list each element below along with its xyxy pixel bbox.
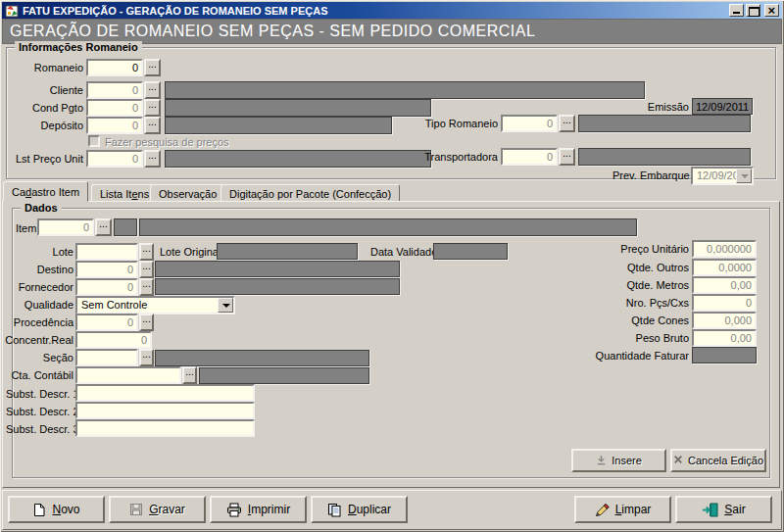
qualidade-value: Sem Controle xyxy=(81,299,147,311)
preco-unitario-input[interactable] xyxy=(692,240,757,258)
romaneio-input[interactable] xyxy=(86,59,143,76)
nro-pcs-cxs-input[interactable] xyxy=(692,294,757,312)
emissao-display: 12/09/2011 xyxy=(692,98,753,115)
tab-cadastro-item[interactable]: Cadastro Item xyxy=(3,181,88,202)
minimize-button[interactable] xyxy=(729,4,744,17)
subst-descr-2-input[interactable] xyxy=(75,402,255,419)
app-icon xyxy=(5,4,19,18)
subst-descr-3-input[interactable] xyxy=(75,419,255,437)
imprimir-button[interactable]: Imprimir xyxy=(210,496,307,523)
app-window: FATU EXPEDIÇÃO - GERAÇÃO DE ROMANEIO SEM… xyxy=(0,0,784,532)
item-code-display xyxy=(114,218,137,236)
fornecedor-input[interactable] xyxy=(75,278,138,296)
data-validade-display xyxy=(433,243,508,260)
qualidade-select[interactable]: Sem Controle xyxy=(75,296,235,314)
limpar-button[interactable]: Limpar xyxy=(574,496,671,523)
duplicar-button[interactable]: Duplicar xyxy=(311,496,408,523)
prev-embarque-combo[interactable]: 12/09/2011 xyxy=(691,167,754,185)
concentr-real-input[interactable] xyxy=(75,331,152,349)
deposito-label: Depósito xyxy=(10,120,83,132)
destino-label: Destino xyxy=(20,264,74,276)
cliente-label: Cliente xyxy=(10,84,83,97)
pesquisa-precos-label: Fazer pesquisa de preços xyxy=(105,136,242,149)
duplicate-copy-icon xyxy=(327,503,342,517)
deposito-lookup-button[interactable]: ... xyxy=(144,117,161,134)
cond-pgto-input[interactable] xyxy=(86,99,143,117)
procedencia-input[interactable] xyxy=(75,314,138,331)
lote-original-label: Lote Original xyxy=(160,246,219,259)
tipo-romaneio-input[interactable] xyxy=(501,115,558,132)
cta-contabil-label: Cta. Contábil xyxy=(5,369,74,382)
cancela-edicao-button[interactable]: Cancela Edição xyxy=(670,449,766,472)
cta-contabil-desc-display xyxy=(199,367,369,384)
destino-lookup-button[interactable]: ... xyxy=(139,261,154,278)
subst-descr-3-label: Subst. Descr. 3 xyxy=(6,423,74,436)
concentr-real-label: Concentr.Real xyxy=(5,334,74,347)
lst-preco-lookup-button[interactable]: ... xyxy=(144,150,161,168)
qtde-outros-label: Qtde. Outros xyxy=(591,262,689,274)
maximize-button[interactable] xyxy=(746,4,760,17)
lote-input[interactable] xyxy=(75,243,138,261)
cliente-input[interactable] xyxy=(86,81,143,99)
printer-icon xyxy=(226,503,242,517)
tipo-romaneio-label: Tipo Romaneio xyxy=(421,118,498,130)
procedencia-label: Procedência xyxy=(10,316,74,329)
cta-contabil-input[interactable] xyxy=(75,366,181,384)
pesquisa-precos-checkbox[interactable] xyxy=(88,135,100,147)
duplicar-button-label: Duplicar xyxy=(348,503,391,516)
cond-pgto-desc-display xyxy=(165,99,431,117)
item-desc-display xyxy=(139,218,637,236)
novo-button[interactable]: Novo xyxy=(8,496,105,523)
gravar-button[interactable]: Gravar xyxy=(109,496,206,523)
item-lookup-button[interactable]: ... xyxy=(95,218,112,236)
secao-input[interactable] xyxy=(75,349,138,366)
title-bar: FATU EXPEDIÇÃO - GERAÇÃO DE ROMANEIO SEM… xyxy=(2,2,782,19)
cta-contabil-lookup-button[interactable]: ... xyxy=(182,366,197,384)
transportadora-input[interactable] xyxy=(501,148,558,166)
sair-button-label: Sair xyxy=(724,503,745,516)
quantidade-faturar-display xyxy=(692,347,757,363)
peso-bruto-input[interactable] xyxy=(692,329,757,347)
secao-lookup-button[interactable]: ... xyxy=(139,349,154,366)
subst-descr-1-label: Subst. Descr. 1 xyxy=(6,388,74,401)
exit-door-icon xyxy=(702,503,718,517)
close-button[interactable] xyxy=(764,4,779,17)
preco-unitario-label: Preço Unitário xyxy=(591,243,689,256)
chevron-down-icon[interactable] xyxy=(218,298,233,313)
destino-input[interactable] xyxy=(75,261,138,278)
qtde-metros-input[interactable] xyxy=(692,276,757,294)
sair-button[interactable]: Sair xyxy=(675,496,772,523)
transportadora-lookup-button[interactable]: ... xyxy=(559,148,575,166)
item-input[interactable] xyxy=(37,218,94,236)
qtde-cones-input[interactable] xyxy=(692,312,757,329)
qtde-outros-input[interactable] xyxy=(692,259,757,276)
save-disk-icon xyxy=(129,503,143,516)
procedencia-lookup-button[interactable]: ... xyxy=(139,314,154,331)
novo-button-label: Novo xyxy=(52,503,79,516)
chevron-down-icon[interactable] xyxy=(736,169,752,183)
lst-preco-input[interactable] xyxy=(86,150,143,168)
cancel-x-icon xyxy=(673,455,683,466)
window-title: FATU EXPEDIÇÃO - GERAÇÃO DE ROMANEIO SEM… xyxy=(23,5,727,17)
cliente-lookup-button[interactable]: ... xyxy=(144,81,161,99)
cond-pgto-label: Cond Pgto xyxy=(10,102,83,115)
romaneio-lookup-button[interactable]: ... xyxy=(144,59,161,76)
lote-lookup-button[interactable]: ... xyxy=(139,243,154,261)
cond-pgto-lookup-button[interactable]: ... xyxy=(144,99,161,117)
fornecedor-lookup-button[interactable]: ... xyxy=(139,278,154,296)
deposito-input[interactable] xyxy=(86,117,143,134)
lote-label: Lote xyxy=(20,246,74,259)
fornecedor-label: Fornecedor xyxy=(10,281,74,294)
cliente-desc-display xyxy=(165,81,645,99)
insere-button-label: Insere xyxy=(612,455,642,466)
tipo-romaneio-lookup-button[interactable]: ... xyxy=(559,115,575,132)
insere-button[interactable]: Insere xyxy=(571,449,666,472)
deposito-desc-display xyxy=(165,117,392,134)
tipo-romaneio-desc-display xyxy=(578,115,751,132)
new-document-icon xyxy=(32,503,46,517)
transportadora-desc-display xyxy=(578,148,751,166)
subst-descr-1-input[interactable] xyxy=(75,384,255,402)
gravar-button-label: Gravar xyxy=(149,503,185,516)
secao-desc-display xyxy=(155,350,369,366)
destino-desc-display xyxy=(155,261,400,277)
